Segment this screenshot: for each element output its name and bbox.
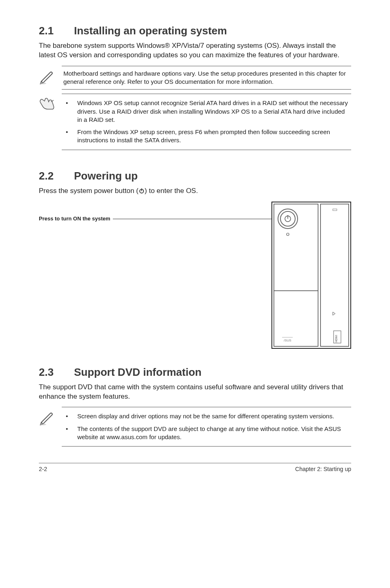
callout-line bbox=[113, 219, 272, 219]
svg-text:/SUS: /SUS bbox=[284, 339, 291, 342]
section-2-3-title: Support DVD information bbox=[74, 366, 202, 378]
svg-rect-5 bbox=[321, 204, 349, 346]
section-2-2-number: 2.2 bbox=[39, 170, 74, 182]
section-2-1-body: The barebone system supports Windows® XP… bbox=[39, 41, 351, 60]
hand-note-item-2-text: From the Windows XP setup screen, press … bbox=[77, 128, 350, 145]
section-2-3-heading: 2.3Support DVD information bbox=[39, 366, 351, 379]
section-2-3-body: The support DVD that came with the syste… bbox=[39, 383, 351, 402]
svg-point-0 bbox=[40, 83, 46, 84]
pencil-note-2-item-1-text: Screen display and driver options may no… bbox=[77, 412, 350, 420]
press-to-turn-on-label: Press to turn ON the system bbox=[39, 202, 110, 222]
bullet-dot: • bbox=[63, 425, 77, 442]
hand-note-block: • Windows XP OS setup cannot recognize S… bbox=[39, 94, 351, 150]
device-diagram-row: Press to turn ON the system bbox=[39, 202, 351, 349]
pencil-note-block-2: • Screen display and driver options may … bbox=[39, 407, 351, 447]
hand-note-item-1-text: Windows XP OS setup cannot recognize Ser… bbox=[77, 99, 350, 124]
section-2-1-number: 2.1 bbox=[39, 25, 74, 37]
device-front-illustration: /SUS HDMI bbox=[271, 202, 351, 349]
svg-text:HDMI: HDMI bbox=[335, 335, 338, 342]
pencil-note-2-item-2-text: The contents of the support DVD are subj… bbox=[77, 425, 350, 442]
document-page: 2.1Installing an operating system The ba… bbox=[0, 0, 390, 489]
pencil-note-2-content: • Screen display and driver options may … bbox=[62, 407, 351, 447]
section-2-1-heading: 2.1Installing an operating system bbox=[39, 25, 351, 37]
pencil-icon bbox=[39, 407, 62, 426]
pencil-icon bbox=[39, 66, 62, 85]
section-2-2-body: Press the system power button ( ) to ent… bbox=[39, 186, 351, 196]
bullet-dot: • bbox=[63, 412, 77, 420]
section-2-2-heading: 2.2Powering up bbox=[39, 170, 351, 182]
hand-note-content: • Windows XP OS setup cannot recognize S… bbox=[62, 94, 351, 150]
note-1-text: Motherboard settings and hardware option… bbox=[62, 66, 351, 90]
bullet-dot: • bbox=[63, 99, 77, 124]
hand-note-item-1: • Windows XP OS setup cannot recognize S… bbox=[63, 99, 350, 124]
footer-chapter-label: Chapter 2: Starting up bbox=[295, 466, 351, 472]
pencil-note-2-item-2: • The contents of the support DVD are su… bbox=[63, 425, 350, 442]
hand-note-item-2: • From the Windows XP setup screen, pres… bbox=[63, 128, 350, 145]
page-footer: 2-2 Chapter 2: Starting up bbox=[39, 463, 351, 472]
section-2-2-title: Powering up bbox=[74, 170, 138, 182]
bullet-dot: • bbox=[63, 128, 77, 145]
section-2-3-number: 2.3 bbox=[39, 366, 74, 379]
body-post: ) to enter the OS. bbox=[145, 187, 198, 195]
power-symbol-icon bbox=[139, 188, 145, 194]
pencil-note-2-item-1: • Screen display and driver options may … bbox=[63, 412, 350, 420]
pencil-note-block-1: Motherboard settings and hardware option… bbox=[39, 66, 351, 90]
footer-page-number: 2-2 bbox=[39, 466, 47, 472]
section-2-1-title: Installing an operating system bbox=[74, 25, 227, 37]
svg-point-17 bbox=[40, 424, 46, 425]
hand-pointing-icon bbox=[39, 94, 62, 113]
body-pre: Press the system power button ( bbox=[39, 187, 139, 195]
